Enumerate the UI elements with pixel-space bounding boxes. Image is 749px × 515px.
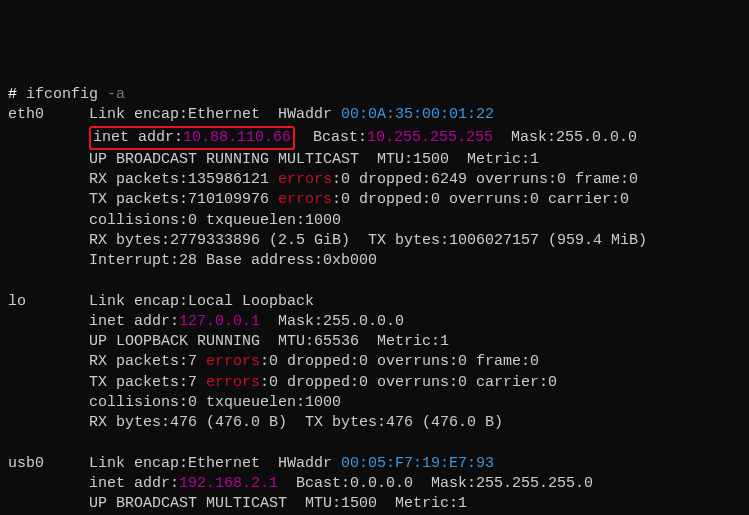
usb0-flags: UP BROADCAST MULTICAST MTU:1500 Metric:1 bbox=[89, 495, 467, 512]
errors-label: errors bbox=[278, 191, 332, 208]
eth0-tx-b: :0 dropped:0 overruns:0 carrier:0 bbox=[332, 191, 629, 208]
lo-bytes: RX bytes:476 (476.0 B) TX bytes:476 (476… bbox=[89, 414, 503, 431]
lo-tx-b: :0 dropped:0 overruns:0 carrier:0 bbox=[260, 374, 557, 391]
eth0-tx-a: TX packets:710109976 bbox=[89, 191, 278, 208]
lo-tx-a: TX packets:7 bbox=[89, 374, 206, 391]
errors-label: errors bbox=[206, 374, 260, 391]
lo-collisions: collisions:0 txqueuelen:1000 bbox=[89, 394, 341, 411]
shell-prompt: # bbox=[8, 86, 26, 103]
command: ifconfig bbox=[26, 86, 98, 103]
command-arg: -a bbox=[98, 86, 125, 103]
eth0-inet-highlight: inet addr:10.88.110.66 bbox=[89, 126, 295, 150]
lo-rx-b: :0 dropped:0 overruns:0 frame:0 bbox=[260, 353, 539, 370]
errors-label: errors bbox=[278, 171, 332, 188]
iface-usb0-name: usb0 bbox=[8, 454, 89, 474]
eth0-flags: UP BROADCAST RUNNING MULTICAST MTU:1500 … bbox=[89, 151, 539, 168]
iface-lo-name: lo bbox=[8, 292, 89, 312]
lo-inet-label: inet addr: bbox=[89, 313, 179, 330]
eth0-bytes: RX bytes:2779333896 (2.5 GiB) TX bytes:1… bbox=[89, 232, 647, 249]
eth0-inet-label: inet addr: bbox=[93, 129, 183, 146]
usb0-inet-label: inet addr: bbox=[89, 475, 179, 492]
iface-eth0-name: eth0 bbox=[8, 105, 89, 125]
usb0-hwaddr: 00:05:F7:19:E7:93 bbox=[341, 455, 494, 472]
lo-rx-a: RX packets:7 bbox=[89, 353, 206, 370]
eth0-rx-a: RX packets:135986121 bbox=[89, 171, 278, 188]
eth0-rx-b: :0 dropped:6249 overruns:0 frame:0 bbox=[332, 171, 638, 188]
usb0-inet-addr: 192.168.2.1 bbox=[179, 475, 278, 492]
eth0-inet-addr: 10.88.110.66 bbox=[183, 129, 291, 146]
eth0-interrupt: Interrupt:28 Base address:0xb000 bbox=[89, 252, 377, 269]
eth0-collisions: collisions:0 txqueuelen:1000 bbox=[89, 212, 341, 229]
lo-link: Link encap:Local Loopback bbox=[89, 293, 314, 310]
lo-flags: UP LOOPBACK RUNNING MTU:65536 Metric:1 bbox=[89, 333, 449, 350]
eth0-mask: Mask:255.0.0.0 bbox=[493, 129, 637, 146]
terminal-output: # ifconfig -a eth0Link encap:Ethernet HW… bbox=[8, 85, 741, 515]
lo-inet-addr: 127.0.0.1 bbox=[179, 313, 260, 330]
usb0-link: Link encap:Ethernet HWaddr bbox=[89, 455, 341, 472]
usb0-bcast-mask: Bcast:0.0.0.0 Mask:255.255.255.0 bbox=[278, 475, 593, 492]
eth0-bcast: 10.255.255.255 bbox=[367, 129, 493, 146]
errors-label: errors bbox=[206, 353, 260, 370]
eth0-link: Link encap:Ethernet HWaddr bbox=[89, 106, 341, 123]
lo-mask: Mask:255.0.0.0 bbox=[260, 313, 404, 330]
eth0-hwaddr: 00:0A:35:00:01:22 bbox=[341, 106, 494, 123]
eth0-bcast-label: Bcast: bbox=[295, 129, 367, 146]
